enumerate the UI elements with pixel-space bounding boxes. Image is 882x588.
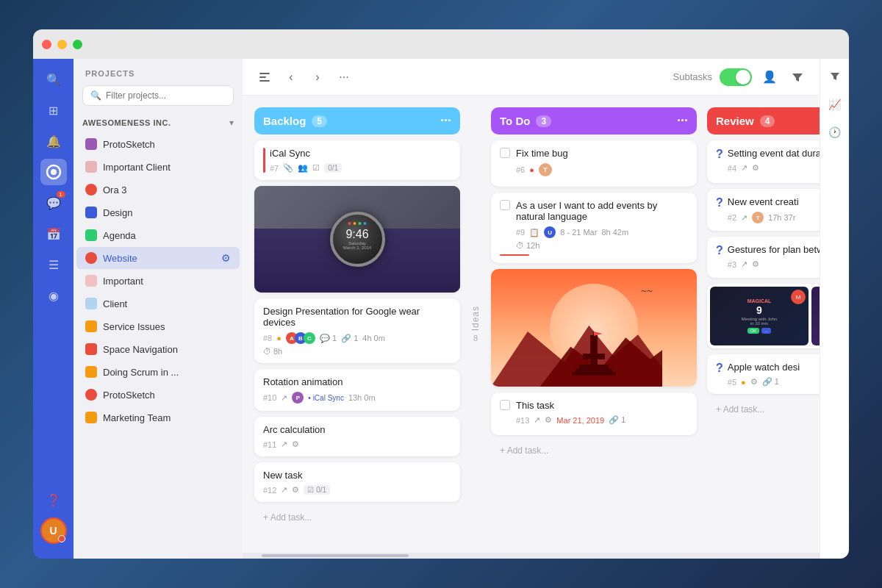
card-app-screenshots[interactable]: MAGICAL 9 Meeting with Johnin 10 min OK … bbox=[707, 284, 820, 348]
project-name: Ora 3 bbox=[103, 184, 231, 196]
list-item[interactable]: ProtoSketch bbox=[76, 133, 240, 155]
list-item[interactable]: Important Client bbox=[76, 156, 240, 178]
card-apple-watch[interactable]: ? Apple watch desi #5 ● ⚙ 🔗 1 bbox=[707, 354, 820, 394]
list-item[interactable]: Agenda bbox=[76, 224, 240, 246]
filter-icon[interactable] bbox=[787, 67, 808, 87]
card-arc-calculation[interactable]: Arc calculation #11 ↗ ⚙ bbox=[254, 417, 460, 456]
list-item[interactable]: Service Issues bbox=[76, 315, 240, 337]
add-task-todo-button[interactable]: + Add task... bbox=[491, 441, 697, 460]
column-title-todo: To Do bbox=[500, 115, 530, 127]
add-task-review-button[interactable]: + Add task... bbox=[707, 400, 820, 419]
subtasks-toggle[interactable] bbox=[720, 68, 752, 86]
back-button[interactable]: ‹ bbox=[281, 67, 301, 87]
list-item[interactable]: Ora 3 bbox=[76, 179, 240, 201]
card-ical-sync[interactable]: iCal Sync #7 📎 👥 ☑ 0/1 bbox=[254, 140, 460, 180]
task-id: #7 bbox=[270, 164, 279, 173]
calendar-icon[interactable]: 📅 bbox=[40, 220, 67, 247]
help-icon[interactable]: ❓ bbox=[40, 487, 67, 513]
search-input[interactable] bbox=[106, 90, 226, 101]
project-color-dot bbox=[85, 184, 97, 196]
projects-header: PROJECTS bbox=[74, 59, 243, 85]
card-setting-event[interactable]: ? Setting event dat duration #4 ↗ ⚙ bbox=[707, 140, 820, 183]
svg-rect-11 bbox=[572, 372, 616, 376]
project-name: Important bbox=[103, 276, 231, 287]
minimize-button[interactable] bbox=[57, 40, 67, 49]
board-icon[interactable]: ⊞ bbox=[40, 97, 67, 123]
close-button[interactable] bbox=[42, 40, 51, 49]
list-item[interactable]: Important bbox=[76, 270, 240, 292]
card-design-presentation[interactable]: Design Presentation for Google wear devi… bbox=[254, 298, 460, 363]
backlog-count: 5 bbox=[312, 115, 327, 127]
card-title: Rotation animation bbox=[263, 376, 451, 387]
forward-button[interactable]: › bbox=[307, 67, 328, 87]
project-color-dot bbox=[85, 229, 97, 241]
task-checkbox[interactable] bbox=[500, 400, 510, 410]
project-name: ProtoSketch bbox=[103, 139, 231, 150]
list-item[interactable]: ProtoSketch bbox=[76, 384, 240, 406]
gear-icon[interactable]: ⚙ bbox=[221, 252, 231, 264]
svg-rect-3 bbox=[259, 76, 266, 78]
project-color-dot bbox=[85, 320, 97, 332]
title-bar bbox=[33, 29, 849, 59]
backlog-column: Backlog 5 ··· iCal Sync #7 📎 bbox=[254, 107, 460, 541]
ideas-column[interactable]: Ideas 8 bbox=[470, 107, 481, 541]
list-item[interactable]: Website ⚙ bbox=[76, 247, 240, 269]
list-item[interactable]: Space Navigation bbox=[76, 338, 240, 360]
card-this-task[interactable]: This task #13 ↗ ⚙ Mar 21, 2019 🔗 1 bbox=[491, 392, 697, 435]
card-meta: #9 📋 U 8 - 21 Mar 8h 42m bbox=[516, 226, 688, 238]
search-icon[interactable]: 🔍 bbox=[40, 66, 67, 93]
right-sidebar: 📈 🕐 bbox=[820, 59, 849, 559]
card-meta: #12 ↗ ⚙ ☑ 0/1 bbox=[263, 485, 451, 495]
todo-options-button[interactable]: ··· bbox=[677, 113, 688, 129]
search-bar[interactable]: 🔍 bbox=[82, 85, 234, 106]
user-avatar[interactable]: U bbox=[40, 517, 67, 544]
card-new-task[interactable]: New task #12 ↗ ⚙ ☑ 0/1 bbox=[254, 462, 460, 502]
project-color-dot bbox=[85, 389, 97, 401]
project-color-dot bbox=[85, 412, 97, 423]
analytics-icon[interactable]: ◉ bbox=[40, 282, 67, 309]
chat-icon[interactable]: 💬 1 bbox=[40, 190, 67, 216]
column-header-review: Review 4 ··· bbox=[707, 107, 820, 135]
workspace-header[interactable]: AWESOMENESS INC. ▾ bbox=[74, 113, 243, 132]
task-checkbox[interactable] bbox=[500, 200, 510, 210]
svg-rect-8 bbox=[583, 354, 605, 359]
project-name: Website bbox=[103, 253, 215, 264]
svg-rect-12 bbox=[593, 331, 594, 340]
card-title: iCal Sync bbox=[270, 148, 451, 159]
project-color-dot bbox=[85, 161, 97, 173]
board-container: Backlog 5 ··· iCal Sync #7 📎 bbox=[243, 96, 820, 553]
backlog-options-button[interactable]: ··· bbox=[440, 113, 451, 129]
more-options-button[interactable]: ··· bbox=[334, 67, 354, 87]
card-new-event-creation[interactable]: ? New event creati #2 ↗ T 17h 37r bbox=[707, 189, 820, 231]
maximize-button[interactable] bbox=[73, 40, 82, 49]
user-icon[interactable]: 👤 bbox=[759, 67, 780, 87]
list-item[interactable]: Marketing Team bbox=[76, 406, 240, 429]
card-watch-image[interactable]: 9:46 Saturday March 1, 2014 bbox=[254, 186, 460, 293]
list-icon[interactable]: ☰ bbox=[40, 251, 67, 278]
list-item[interactable]: Client bbox=[76, 293, 240, 315]
add-task-backlog-button[interactable]: + Add task... bbox=[254, 508, 460, 527]
column-header-backlog: Backlog 5 ··· bbox=[254, 107, 460, 135]
card-mountain-scene[interactable]: 〜〜 bbox=[491, 269, 697, 387]
card-title: As a user I want to add events by natura… bbox=[516, 200, 688, 222]
filter-right-icon[interactable] bbox=[825, 66, 845, 87]
ora-logo-icon[interactable] bbox=[40, 159, 67, 185]
card-title: Gestures for plan between events bbox=[728, 244, 820, 255]
project-color-dot bbox=[85, 366, 97, 378]
clock-icon[interactable]: 🕐 bbox=[825, 122, 845, 143]
chart-icon[interactable]: 📈 bbox=[825, 94, 845, 115]
collapse-sidebar-button[interactable] bbox=[254, 67, 275, 87]
card-natural-language[interactable]: As a user I want to add events by natura… bbox=[491, 193, 697, 263]
list-item[interactable]: Doing Scrum in ... bbox=[76, 361, 240, 383]
timer-info: ⏱12h bbox=[516, 241, 688, 250]
svg-marker-13 bbox=[594, 331, 603, 336]
main-content: ‹ › ··· Subtasks 👤 bbox=[243, 59, 820, 559]
bell-icon[interactable]: 🔔 bbox=[40, 128, 67, 154]
list-item[interactable]: Design bbox=[76, 201, 240, 223]
card-rotation-animation[interactable]: Rotation animation #10 ↗ P • iCal Sync 1… bbox=[254, 369, 460, 411]
task-checkbox[interactable] bbox=[500, 148, 510, 158]
project-color-dot bbox=[85, 138, 97, 150]
card-gestures[interactable]: ? Gestures for plan between events #3 ↗ … bbox=[707, 237, 820, 278]
card-meta: #13 ↗ ⚙ Mar 21, 2019 🔗 1 bbox=[516, 415, 688, 425]
card-fix-time-bug[interactable]: Fix time bug #6 ● T bbox=[491, 140, 697, 187]
